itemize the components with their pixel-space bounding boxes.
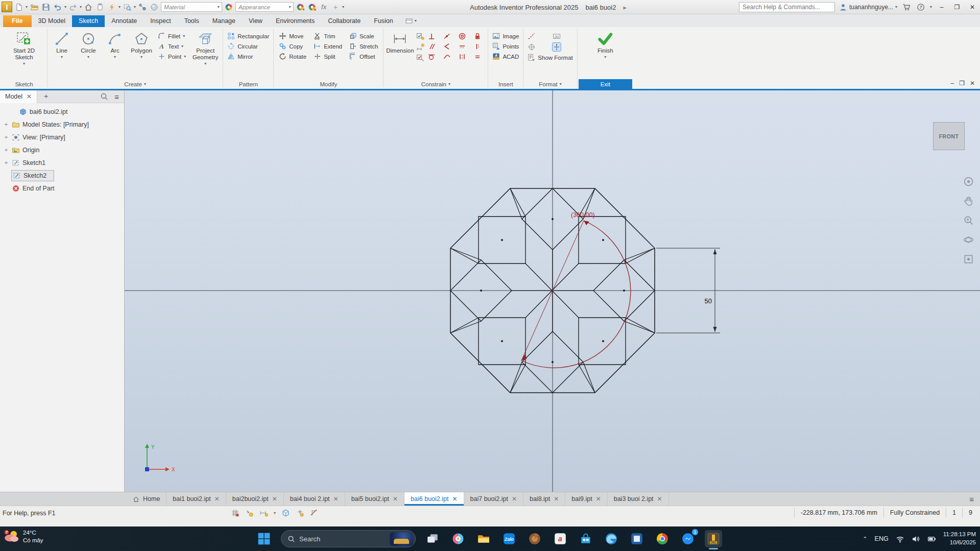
create-small-tool[interactable]: A Text▾: [158, 42, 186, 50]
ribbon-tab[interactable]: Fusion: [367, 15, 400, 27]
dimension-arrow[interactable]: [713, 327, 717, 332]
tab-close-icon[interactable]: ✕: [512, 495, 517, 502]
help-search-input[interactable]: Search Help & Commands...: [739, 2, 835, 12]
sketch-point[interactable]: [602, 340, 604, 342]
store-cart-button[interactable]: [901, 2, 912, 12]
browser-tab-close-icon[interactable]: ✕: [27, 93, 32, 100]
sketch-line[interactable]: [510, 188, 525, 217]
taskbar-app-icon[interactable]: 1: [679, 530, 697, 547]
modify-tool[interactable]: Scale: [349, 32, 378, 40]
dimension-arrow[interactable]: [713, 249, 717, 254]
tree-item[interactable]: ＋ Model States: [Primary]: [0, 118, 124, 131]
modify-tool[interactable]: Offset: [349, 53, 378, 60]
sketch-line[interactable]: [624, 248, 655, 260]
expand-toggle[interactable]: ＋: [3, 158, 9, 167]
snap-grid-icon[interactable]: [231, 509, 240, 517]
sketch-point[interactable]: [552, 361, 553, 363]
show-format-button[interactable]: Show Format: [528, 54, 572, 61]
sketch-line[interactable]: [583, 362, 595, 393]
document-tab[interactable]: bai2buoi2.ipt ✕: [226, 492, 284, 506]
vertical-constraint-icon[interactable]: [473, 42, 482, 51]
inventor-logo-icon[interactable]: I: [2, 2, 12, 12]
tab-close-icon[interactable]: ✕: [554, 495, 559, 502]
ribbon-tab[interactable]: Manage: [206, 15, 242, 27]
graphics-window[interactable]: 50(360,00) FRONT Y X: [125, 90, 980, 492]
fix-constraint-icon[interactable]: [473, 32, 482, 40]
taskbar-app-icon[interactable]: [475, 530, 492, 547]
tree-item[interactable]: ＋ bai6 buoi2.ipt: [0, 105, 124, 118]
new-file-button[interactable]: [14, 2, 24, 12]
document-tab[interactable]: bai7 buoi2.ipt ✕: [464, 492, 523, 506]
insert-tool[interactable]: Image: [492, 32, 519, 40]
redo-button[interactable]: [68, 2, 78, 12]
insert-tool[interactable]: AACAD: [492, 53, 519, 60]
wifi-icon[interactable]: [896, 535, 904, 543]
orbit-icon[interactable]: [963, 234, 974, 245]
restore-button[interactable]: ❐: [951, 2, 963, 12]
sketch-point[interactable]: [501, 239, 503, 241]
document-tab[interactable]: Home: [127, 492, 166, 506]
sketch-line[interactable]: [450, 248, 481, 260]
add-appearance-button[interactable]: +: [295, 2, 305, 12]
create-small-tool[interactable]: Fillet▾: [158, 32, 186, 40]
zoom-window-dropdown[interactable]: ▾: [134, 5, 136, 9]
insert-tool[interactable]: Points: [492, 42, 519, 50]
minimize-button[interactable]: –: [936, 2, 947, 12]
tree-item[interactable]: ＋ Sketch1: [0, 156, 124, 169]
undo-dropdown[interactable]: ▾: [64, 5, 66, 9]
color-wheel-button[interactable]: [224, 2, 234, 12]
tree-item[interactable]: ＋ End of Part: [0, 182, 124, 195]
group-label-modify[interactable]: Modify: [275, 79, 382, 89]
browser-add-tab-button[interactable]: ＋: [37, 92, 55, 101]
tree-item[interactable]: ＋ Origin: [0, 143, 124, 156]
redo-dropdown[interactable]: ▾: [80, 5, 82, 9]
degrees-of-freedom-icon[interactable]: [245, 509, 254, 517]
browser-menu-icon[interactable]: ≡: [114, 92, 119, 101]
sketch-point[interactable]: [501, 340, 503, 342]
slice-graphics-icon[interactable]: [281, 509, 290, 517]
help-button[interactable]: ?: [916, 2, 926, 12]
document-tab[interactable]: bai6 buoi2.ipt ✕: [404, 492, 464, 506]
taskbar-app-icon[interactable]: PRO: [705, 530, 722, 547]
ribbon-tab[interactable]: Collaborate: [321, 15, 367, 27]
open-button[interactable]: [29, 2, 39, 12]
create-tool-button[interactable]: Circle▾: [75, 30, 102, 59]
sketch-point[interactable]: [602, 239, 604, 241]
user-account-button[interactable]: tuananhnguye...▾: [839, 3, 897, 11]
group-label-sketch[interactable]: Sketch: [2, 79, 46, 89]
doc-minimize-button[interactable]: –: [950, 80, 954, 87]
joint-button[interactable]: [137, 2, 148, 12]
modify-tool[interactable]: Copy: [279, 42, 306, 50]
taskbar-clock[interactable]: 11:28:13 PM 10/6/2025: [943, 531, 976, 546]
modify-tool[interactable]: Stretch: [349, 42, 378, 50]
angle-dimension-value[interactable]: (360,00): [571, 211, 595, 219]
equal-constraint-icon[interactable]: [473, 53, 482, 61]
document-tab[interactable]: bai4 buoi 2.ipt ✕: [284, 492, 345, 506]
perpendicular-constraint-icon[interactable]: [427, 32, 436, 40]
constraint-settings-icon[interactable]: [416, 54, 424, 62]
taskbar-search[interactable]: Search: [281, 530, 416, 547]
modify-tool[interactable]: Extend: [314, 42, 342, 50]
concentric-constraint-icon[interactable]: [458, 32, 466, 40]
taskbar-app-icon[interactable]: [577, 530, 594, 547]
angle-dimension-radius[interactable]: [553, 221, 584, 291]
ribbon-tab[interactable]: Environments: [269, 15, 321, 27]
centerline-icon[interactable]: [553, 43, 561, 51]
ribbon-tab[interactable]: File: [3, 15, 32, 27]
group-label-exit[interactable]: Exit: [579, 79, 632, 89]
ribbon-tab[interactable]: Tools: [178, 15, 206, 27]
sketch-line[interactable]: [510, 188, 522, 219]
tab-close-icon[interactable]: ✕: [333, 495, 339, 502]
dimension-value[interactable]: 50: [705, 297, 712, 305]
doc-close-button[interactable]: ✕: [970, 80, 975, 87]
tab-close-icon[interactable]: ✕: [272, 495, 277, 502]
group-label-constrain[interactable]: Constrain▾: [385, 79, 487, 89]
battery-icon[interactable]: [927, 535, 936, 543]
copy-screen-button[interactable]: [95, 2, 105, 12]
group-label-create[interactable]: Create▾: [49, 79, 222, 89]
appearance-select[interactable]: Appearance▾: [235, 2, 294, 12]
taskbar-app-icon[interactable]: [526, 530, 543, 547]
weather-widget[interactable]: 7 24°C Có mây: [4, 529, 43, 544]
pattern-tool[interactable]: Mirror: [227, 53, 269, 60]
ribbon-tab[interactable]: View: [242, 15, 269, 27]
